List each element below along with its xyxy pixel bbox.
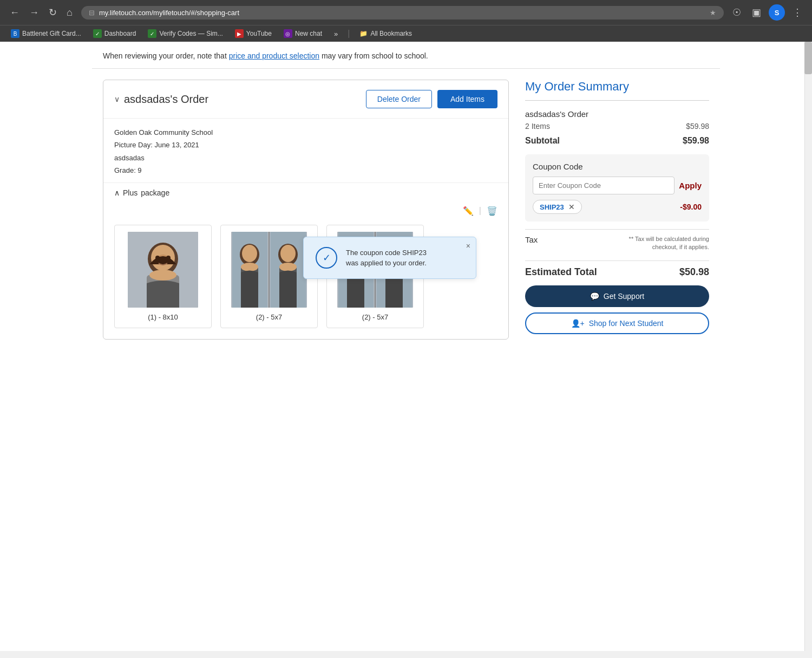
chevron-down-icon[interactable]: ∨ [114, 95, 120, 103]
photo-label-3: (2) - 5x7 [362, 313, 388, 321]
edit-icon: ✏️ [463, 206, 474, 216]
get-support-button[interactable]: 💬 Get Support [525, 285, 709, 307]
order-actions: Delete Order Add Items [366, 90, 497, 108]
bookmarks-separator: | [348, 29, 350, 38]
nav-buttons: ← → ↻ ⌂ [6, 4, 76, 21]
person-add-icon: 👤+ [571, 319, 585, 328]
scrollbar-thumb[interactable] [804, 42, 812, 74]
add-items-button[interactable]: Add Items [437, 90, 497, 108]
svg-point-5 [149, 270, 176, 281]
shield-icon[interactable]: ☉ [729, 4, 744, 21]
toast-close-button[interactable]: × [466, 242, 470, 250]
bookmark-newchat-label: New chat [295, 30, 322, 37]
coupon-toast: × ✓ The coupon code SHIP23was applied to… [303, 237, 476, 279]
student-name: asdsadas [114, 152, 497, 164]
svg-point-12 [241, 263, 258, 271]
bookmark-battlenet[interactable]: B Battlenet Gift Card... [6, 28, 86, 40]
order-title: ∨ asdsadas's Order [114, 93, 208, 106]
package-type: package [141, 188, 169, 197]
bookmark-youtube[interactable]: ▶ YouTube [231, 28, 276, 40]
browser-actions: ☉ ▣ S ⋮ [729, 4, 806, 21]
coupon-badge: SHIP23 ✕ [533, 200, 582, 214]
youtube-icon: ▶ [235, 29, 244, 38]
bookmark-dashboard-label: Dashboard [104, 30, 136, 37]
student-photo-svg-1 [128, 232, 198, 308]
toast-message: The coupon code SHIP23was applied to you… [346, 247, 427, 269]
estimated-total-label: Estimated Total [525, 266, 597, 278]
url-input[interactable] [99, 9, 705, 17]
menu-icon[interactable]: ⋮ [789, 4, 806, 21]
sub-photo-2a [231, 232, 269, 308]
tax-note: ** Tax will be calculated during checkou… [612, 235, 709, 252]
order-header: ∨ asdsadas's Order Delete Order Add Item… [103, 80, 508, 118]
extensions-icon[interactable]: ▣ [749, 4, 764, 21]
estimated-total-value: $50.98 [679, 266, 709, 278]
support-icon: 💬 [590, 292, 599, 301]
summary-items-price: $59.98 [686, 122, 709, 131]
remove-icon: ✕ [568, 203, 575, 211]
svg-point-7 [166, 256, 171, 260]
home-button[interactable]: ⌂ [63, 5, 76, 21]
main-layout: ∨ asdsadas's Order Delete Order Add Item… [92, 80, 720, 356]
package-chevron-icon: ∧ [114, 188, 120, 197]
estimated-total-row: Estimated Total $50.98 [525, 260, 709, 278]
sub-photo-2b [270, 232, 307, 308]
summary-subtotal-row: Subtotal $59.98 [525, 136, 709, 146]
summary-title: My Order Summary [525, 80, 709, 94]
bookmark-dashboard[interactable]: ✓ Dashboard [89, 28, 141, 40]
package-header: ∧ Plus package [103, 183, 508, 203]
address-security-icon: ⊟ [89, 9, 95, 17]
bookmark-verify-label: Verify Codes — Sim... [159, 30, 222, 37]
bookmarks-bar: B Battlenet Gift Card... ✓ Dashboard ✓ V… [0, 25, 812, 42]
coupon-section: Coupon Code Apply SHIP23 ✕ -$9.00 [525, 154, 709, 221]
summary-items-count: 2 Items [525, 122, 550, 131]
address-bar[interactable]: ⊟ ★ [81, 6, 724, 19]
bookmarks-more[interactable]: » [330, 28, 342, 40]
coupon-code-text: SHIP23 [540, 203, 564, 211]
coupon-applied-row: SHIP23 ✕ -$9.00 [533, 200, 702, 214]
coupon-input[interactable] [533, 177, 675, 194]
newchat-icon: ◎ [284, 29, 292, 38]
intro-text-end: may vary from school to school. [319, 51, 428, 60]
bookmark-newchat[interactable]: ◎ New chat [279, 28, 326, 40]
forward-button[interactable]: → [26, 5, 42, 21]
browser-toolbar: ← → ↻ ⌂ ⊟ ★ ☉ ▣ S ⋮ [0, 0, 812, 25]
svg-point-15 [280, 245, 296, 262]
bookmark-youtube-label: YouTube [246, 30, 272, 37]
delete-package-button[interactable]: 🗑️ [487, 206, 497, 216]
price-selection-link[interactable]: price and product selection [229, 51, 319, 60]
bookmark-star-icon: ★ [710, 9, 716, 17]
edit-package-button[interactable]: ✏️ [463, 206, 474, 216]
toast-check-icon: ✓ [316, 247, 337, 269]
photo-item-1: (1) - 8x10 [114, 225, 212, 328]
summary-items-row: 2 Items $59.98 [525, 122, 709, 131]
browser-chrome: ← → ↻ ⌂ ⊟ ★ ☉ ▣ S ⋮ B Battlenet Gift Car… [0, 0, 812, 42]
coupon-remove-button[interactable]: ✕ [568, 203, 575, 211]
back-button[interactable]: ← [6, 5, 23, 21]
order-info: Golden Oak Community School Picture Day:… [103, 118, 508, 183]
trash-icon: 🗑️ [487, 206, 497, 216]
photo-label-2: (2) - 5x7 [256, 313, 282, 321]
coupon-discount: -$9.00 [680, 203, 702, 211]
coupon-input-row: Apply [533, 177, 702, 194]
tax-row: Tax ** Tax will be calculated during che… [525, 229, 709, 252]
order-summary: My Order Summary asdsadas's Order 2 Item… [525, 80, 709, 340]
tax-label: Tax [525, 235, 538, 244]
delete-order-button[interactable]: Delete Order [366, 90, 432, 108]
profile-button[interactable]: S [769, 4, 785, 21]
apply-coupon-button[interactable]: Apply [679, 181, 702, 190]
scrollbar[interactable] [804, 42, 812, 651]
school-name: Golden Oak Community School [114, 126, 497, 139]
coupon-section-label: Coupon Code [533, 162, 702, 171]
support-label: Get Support [604, 292, 645, 301]
package-label: Plus [123, 188, 137, 197]
bookmark-verify[interactable]: ✓ Verify Codes — Sim... [143, 28, 227, 40]
package-actions: ✏️ | 🗑️ [103, 203, 508, 219]
svg-point-10 [242, 245, 257, 262]
dashboard-icon: ✓ [93, 29, 102, 38]
intro-divider [92, 68, 720, 69]
intro-text-start: When reviewing your order, note that [103, 51, 229, 60]
all-bookmarks[interactable]: 📁 All Bookmarks [355, 28, 416, 39]
reload-button[interactable]: ↻ [45, 4, 60, 21]
shop-next-student-button[interactable]: 👤+ Shop for Next Student [525, 312, 709, 334]
